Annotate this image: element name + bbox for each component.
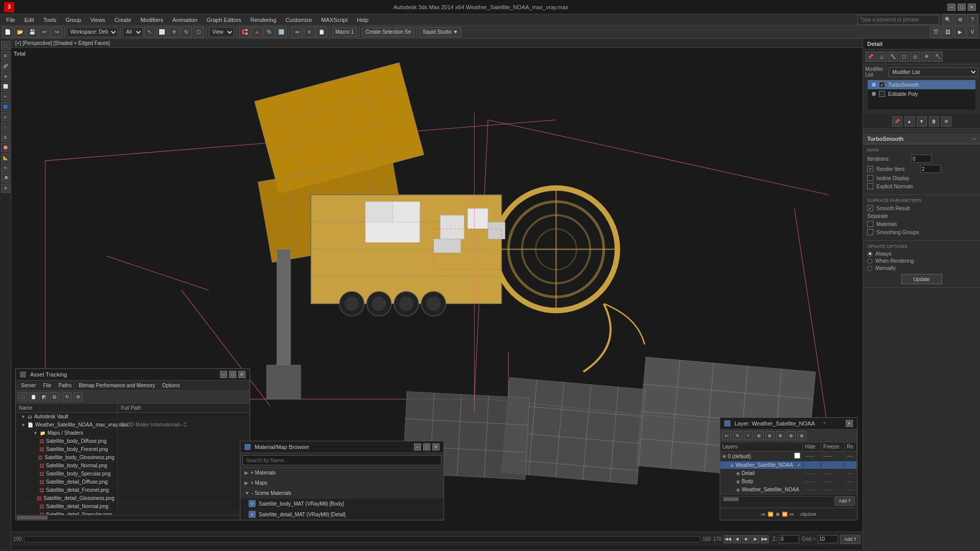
- left-icon-9[interactable]: ☆: [1, 122, 10, 132]
- play-btn[interactable]: ◀◀: [724, 535, 732, 543]
- rp-icon-pin[interactable]: 📌: [865, 52, 875, 62]
- layer-play-5[interactable]: ⏭: [790, 512, 794, 517]
- layer-tb-btn-1[interactable]: ↩: [722, 431, 731, 440]
- layer-tb-btn-8[interactable]: ⊕: [797, 431, 806, 440]
- layer-scrollbar[interactable]: [722, 496, 832, 502]
- layer-scrollbar-thumb[interactable]: [723, 497, 739, 501]
- maxfile-expand-icon[interactable]: ▼: [21, 422, 26, 428]
- ts-collapse-btn[interactable]: ─: [972, 136, 976, 142]
- spinner-snap-btn[interactable]: 🔢: [276, 27, 287, 38]
- ts-smoothing-groups-checkbox[interactable]: [867, 229, 873, 235]
- asset-menu-server[interactable]: Server: [18, 382, 39, 389]
- rp-icon-hierarchy[interactable]: ⬡: [899, 52, 909, 62]
- left-icon-3[interactable]: 🔗: [1, 61, 10, 70]
- layer-tb-btn-3[interactable]: +: [744, 431, 753, 440]
- layer-tb-btn-6[interactable]: ⊕: [776, 431, 785, 440]
- angle-snap-btn[interactable]: 🔺: [251, 27, 262, 38]
- view-select[interactable]: View: [209, 27, 234, 37]
- menu-item-customize[interactable]: Customize: [281, 16, 316, 24]
- layer-tb-btn-2[interactable]: ✕: [733, 431, 742, 440]
- select-btn[interactable]: ↖: [144, 27, 155, 38]
- rp-icon-geo[interactable]: △: [876, 52, 887, 62]
- layer-play-4[interactable]: ⏩: [782, 512, 788, 517]
- left-icon-1[interactable]: ⬚: [1, 41, 10, 50]
- grid-input[interactable]: [818, 535, 838, 543]
- maps-expand-icon[interactable]: ▼: [33, 431, 38, 436]
- asset-menu-bitmap[interactable]: Bitmap Performance and Memory: [76, 382, 158, 389]
- new-btn[interactable]: 📄: [2, 27, 13, 38]
- asset-scrollbar-h[interactable]: [16, 515, 250, 520]
- z-input[interactable]: [779, 535, 799, 543]
- menu-item-graph-editors[interactable]: Graph Editors: [203, 16, 246, 24]
- asset-tb-refresh[interactable]: ↻: [63, 392, 72, 402]
- layer-add-btn[interactable]: Add T: [835, 496, 855, 506]
- align-btn[interactable]: ≡: [304, 27, 315, 38]
- matbrowser-close-btn[interactable]: ✕: [432, 443, 439, 450]
- mirror-btn[interactable]: ⇔: [291, 27, 303, 38]
- menu-item-maxscript[interactable]: MAXScript: [317, 16, 352, 24]
- layer-tb-btn-5[interactable]: ⊕: [765, 431, 774, 440]
- timeline-scrubber[interactable]: [24, 536, 701, 542]
- left-icon-6[interactable]: ✏: [1, 92, 10, 101]
- left-icon-4[interactable]: ◈: [1, 71, 10, 81]
- prev-frame-btn[interactable]: ◀: [733, 535, 741, 543]
- material-search-input[interactable]: [242, 455, 442, 465]
- left-icon-14[interactable]: 🔎: [1, 173, 10, 183]
- end-btn[interactable]: ▶▶: [761, 535, 769, 543]
- mat-section-materials[interactable]: ▶ + Materials: [240, 468, 444, 478]
- workspace-select[interactable]: Workspace: Default: [67, 27, 118, 37]
- asset-tb-settings[interactable]: ⚙: [74, 392, 83, 402]
- asset-close-btn[interactable]: ✕: [238, 371, 246, 378]
- matbrowser-maximize-btn[interactable]: □: [423, 443, 430, 450]
- ts-isoline-checkbox[interactable]: [867, 175, 873, 181]
- ts-render-iters-checkbox[interactable]: ✓: [867, 166, 873, 172]
- modifier-item-editpoly[interactable]: Editable Poly: [868, 89, 975, 98]
- settings-button[interactable]: ⚙: [954, 14, 966, 26]
- mod-up-btn[interactable]: ▲: [904, 116, 915, 127]
- asset-menu-file[interactable]: File: [40, 382, 54, 389]
- menu-item-animation[interactable]: Animation: [168, 16, 202, 24]
- asset-tb-btn-1[interactable]: ⬚: [18, 392, 27, 402]
- asset-menu-paths[interactable]: Paths: [56, 382, 75, 389]
- move-btn[interactable]: ✛: [168, 27, 180, 38]
- layer-tb-btn-4[interactable]: ⊕: [754, 431, 764, 440]
- left-icon-13[interactable]: ⟲: [1, 163, 10, 172]
- asset-maximize-btn[interactable]: □: [229, 371, 236, 378]
- rp-icon-utility[interactable]: 🔨: [933, 52, 943, 62]
- layer-btn[interactable]: 📋: [316, 27, 327, 38]
- stop-btn[interactable]: ■: [742, 535, 750, 543]
- left-icon-7[interactable]: 🔵: [1, 102, 10, 111]
- scale-btn[interactable]: ⬡: [193, 27, 204, 38]
- left-icon-12[interactable]: 📐: [1, 153, 10, 162]
- ts-update-button[interactable]: Update: [901, 274, 942, 284]
- menu-item-tools[interactable]: Tools: [39, 16, 61, 24]
- mod-down-btn[interactable]: ▼: [917, 116, 927, 127]
- mod-pin-btn[interactable]: 📌: [892, 116, 902, 127]
- ts-manually-radio[interactable]: [867, 266, 872, 271]
- modifier-checkbox-2[interactable]: [879, 91, 885, 97]
- ts-iterations-input[interactable]: [911, 155, 932, 163]
- mat-item-detail[interactable]: V Satellite_detail_MAT (VRayMtl) [Detal]: [240, 509, 444, 520]
- left-icon-11[interactable]: 🎯: [1, 143, 10, 152]
- mat-item-body[interactable]: V Satellite_body_MAT (VRayMtl) [Body]: [240, 498, 444, 509]
- minimize-button[interactable]: ─: [947, 4, 955, 11]
- filter-select[interactable]: All: [122, 27, 143, 37]
- modifier-item-turbosmooth[interactable]: ✓ TurboSmooth: [868, 80, 975, 89]
- save-btn[interactable]: 💾: [27, 27, 38, 38]
- asset-minimize-btn[interactable]: ─: [220, 371, 227, 378]
- layer-close-btn[interactable]: ✕: [846, 420, 853, 427]
- render-btn[interactable]: ▶: [954, 27, 966, 38]
- ts-render-iters-input[interactable]: [920, 165, 941, 173]
- maximize-button[interactable]: □: [958, 4, 966, 11]
- mod-config-btn[interactable]: ⚙: [941, 116, 951, 127]
- redo-btn[interactable]: ↪: [51, 27, 62, 38]
- close-button[interactable]: ✕: [968, 4, 976, 11]
- render-frame-btn[interactable]: 🎬: [930, 27, 941, 38]
- asset-menu-options[interactable]: Options: [159, 382, 183, 389]
- squid-btn[interactable]: Squid Studio ▼: [419, 27, 461, 37]
- layer-check-0[interactable]: [794, 453, 800, 459]
- asset-scrollbar-thumb[interactable]: [17, 516, 47, 519]
- mat-section-maps[interactable]: ▶ + Maps: [240, 478, 444, 488]
- ts-smooth-result-checkbox[interactable]: ✓: [867, 205, 873, 211]
- rp-icon-motion[interactable]: ◎: [910, 52, 920, 62]
